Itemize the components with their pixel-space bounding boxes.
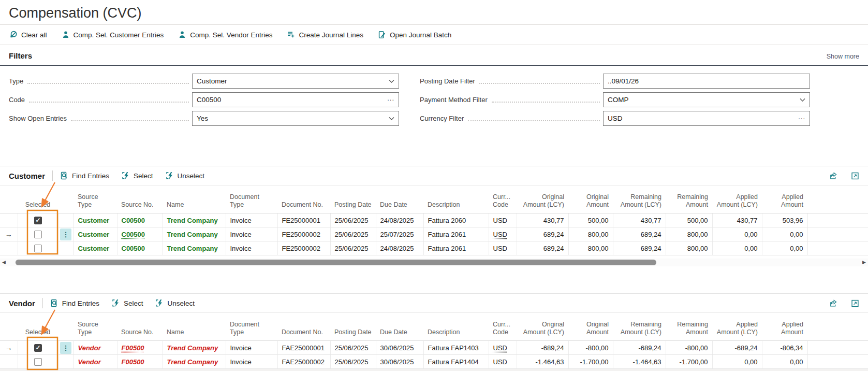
- comp-sel-customer-entries-button[interactable]: Comp. Sel. Customer Entries: [62, 31, 164, 39]
- column-header-document-no[interactable]: Document No.: [277, 186, 330, 213]
- document-no-cell: FE25000001: [277, 213, 330, 227]
- column-header-due-date[interactable]: Due Date: [376, 186, 423, 213]
- row-menu-icon[interactable]: ⋮: [60, 342, 71, 354]
- code-filter-value: C00500: [197, 96, 387, 104]
- column-header-remaining-amount-lcy[interactable]: Remaining Amount (LCY): [613, 313, 666, 341]
- description-cell: Fattura FAP1403: [423, 341, 489, 355]
- column-header-applied-amount-lcy[interactable]: Applied Amount (LCY): [712, 313, 762, 341]
- document-type-cell: Invoice: [226, 213, 277, 227]
- payment-method-filter-dropdown[interactable]: COMP: [603, 92, 810, 107]
- remaining-amount-lcy-cell: -1.464,63: [613, 355, 666, 369]
- remaining-amount-cell: 500,00: [666, 213, 712, 227]
- posting-date-filter-value: ..09/01/26: [608, 77, 805, 85]
- selected-checkbox[interactable]: [34, 217, 42, 224]
- posting-date-filter-input[interactable]: ..09/01/26: [603, 74, 810, 89]
- source-no-cell[interactable]: C00500: [117, 227, 163, 241]
- vendor-table: Selected Source Type Source No. Name Doc…: [0, 312, 868, 369]
- comp-sel-vendor-entries-button[interactable]: Comp. Sel. Vendor Entries: [178, 31, 272, 39]
- expand-icon[interactable]: [851, 299, 859, 308]
- applied-amount-lcy-cell: 0,00: [712, 241, 762, 255]
- column-header-document-no[interactable]: Document No.: [277, 313, 330, 341]
- clear-all-button[interactable]: Clear all: [9, 31, 47, 39]
- column-header-remaining-amount[interactable]: Remaining Amount: [666, 313, 712, 341]
- currency-code-cell[interactable]: USD: [489, 227, 517, 241]
- open-journal-batch-icon: [378, 31, 386, 39]
- name-cell: Trend Company: [163, 341, 226, 355]
- column-header-document-type[interactable]: Document Type: [226, 186, 277, 213]
- column-header-source-no[interactable]: Source No.: [117, 186, 163, 213]
- clear-all-label: Clear all: [21, 31, 47, 39]
- column-header-source-type[interactable]: Source Type: [73, 186, 117, 213]
- create-journal-lines-icon: [287, 31, 295, 39]
- customer-unselect-button[interactable]: Unselect: [166, 172, 205, 180]
- dotted-leader: [71, 116, 189, 121]
- column-header-currency-code[interactable]: Curr... Code: [489, 186, 517, 213]
- column-header-currency-code[interactable]: Curr... Code: [489, 313, 517, 341]
- customer-select-button[interactable]: Select: [122, 172, 153, 180]
- column-header-selected[interactable]: Selected: [18, 313, 58, 341]
- assist-edit-icon[interactable]: ...: [798, 115, 805, 122]
- column-header-document-type[interactable]: Document Type: [226, 313, 277, 341]
- column-header-source-no[interactable]: Source No.: [117, 313, 163, 341]
- column-header-original-amount-lcy[interactable]: Original Amount (LCY): [517, 313, 568, 341]
- column-header-due-date[interactable]: Due Date: [376, 313, 423, 341]
- document-type-cell: Invoice: [226, 355, 277, 369]
- expand-icon[interactable]: [851, 172, 859, 180]
- scroll-left-arrow[interactable]: ◀: [2, 259, 6, 266]
- dotted-leader: [27, 78, 189, 84]
- selected-checkbox[interactable]: [34, 344, 42, 352]
- column-header-original-amount[interactable]: Original Amount: [568, 313, 613, 341]
- currency-filter-input[interactable]: USD ...: [603, 111, 810, 126]
- vendor-select-label: Select: [124, 299, 143, 307]
- column-header-posting-date[interactable]: Posting Date: [330, 313, 376, 341]
- column-header-applied-amount[interactable]: Applied Amount: [762, 186, 807, 213]
- show-open-entries-label: Show Open Entries: [9, 115, 71, 122]
- remaining-amount-cell: 800,00: [666, 241, 712, 255]
- scrollbar-thumb[interactable]: [16, 260, 656, 265]
- show-open-entries-value: Yes: [197, 115, 389, 122]
- column-header-name[interactable]: Name: [163, 186, 226, 213]
- scroll-right-arrow[interactable]: ▶: [862, 259, 866, 266]
- customer-find-entries-button[interactable]: Find Entries: [60, 172, 109, 180]
- comp-sel-vendor-entries-label: Comp. Sel. Vendor Entries: [190, 31, 272, 39]
- column-header-original-amount[interactable]: Original Amount: [568, 186, 613, 213]
- create-journal-lines-button[interactable]: Create Journal Lines: [287, 31, 363, 39]
- share-icon[interactable]: [829, 172, 837, 180]
- source-no-cell[interactable]: F00500: [117, 341, 163, 355]
- currency-code-cell[interactable]: USD: [489, 341, 517, 355]
- applied-amount-cell: 0,00: [762, 227, 807, 241]
- selected-checkbox[interactable]: [34, 358, 42, 366]
- column-header-applied-amount-lcy[interactable]: Applied Amount (LCY): [712, 186, 762, 213]
- column-header-remaining-amount[interactable]: Remaining Amount: [666, 186, 712, 213]
- assist-edit-icon[interactable]: ...: [387, 96, 394, 104]
- show-more-link[interactable]: Show more: [827, 53, 859, 60]
- column-header-source-type[interactable]: Source Type: [73, 313, 117, 341]
- name-cell: Trend Company: [163, 355, 226, 369]
- vendor-unselect-button[interactable]: Unselect: [155, 299, 195, 307]
- source-type-cell: Customer: [73, 213, 117, 227]
- column-header-selected[interactable]: Selected: [18, 186, 58, 213]
- column-header-description[interactable]: Description: [423, 186, 489, 213]
- source-type-cell: Customer: [73, 241, 117, 255]
- column-header-description[interactable]: Description: [423, 313, 489, 341]
- share-icon[interactable]: [829, 299, 837, 308]
- column-header-remaining-amount-lcy[interactable]: Remaining Amount (LCY): [613, 186, 666, 213]
- vendor-find-entries-button[interactable]: Find Entries: [50, 299, 99, 307]
- open-journal-batch-button[interactable]: Open Journal Batch: [378, 31, 451, 39]
- column-header-original-amount-lcy[interactable]: Original Amount (LCY): [517, 186, 568, 213]
- applied-amount-cell: 503,96: [762, 213, 807, 227]
- selected-checkbox[interactable]: [34, 245, 42, 252]
- column-header-posting-date[interactable]: Posting Date: [330, 186, 376, 213]
- type-filter-dropdown[interactable]: Customer: [192, 74, 399, 89]
- select-icon: [112, 299, 120, 307]
- remaining-amount-lcy-cell: -689,24: [613, 341, 666, 355]
- posting-date-cell: 25/06/2025: [330, 355, 376, 369]
- vendor-select-button[interactable]: Select: [112, 299, 143, 307]
- column-header-name[interactable]: Name: [163, 313, 226, 341]
- row-menu-icon[interactable]: ⋮: [60, 229, 71, 240]
- column-header-applied-amount[interactable]: Applied Amount: [762, 313, 807, 341]
- selected-checkbox[interactable]: [34, 231, 42, 238]
- customer-table: Selected Source Type Source No. Name Doc…: [0, 185, 868, 255]
- code-filter-input[interactable]: C00500 ...: [192, 92, 399, 107]
- show-open-entries-dropdown[interactable]: Yes: [192, 111, 399, 126]
